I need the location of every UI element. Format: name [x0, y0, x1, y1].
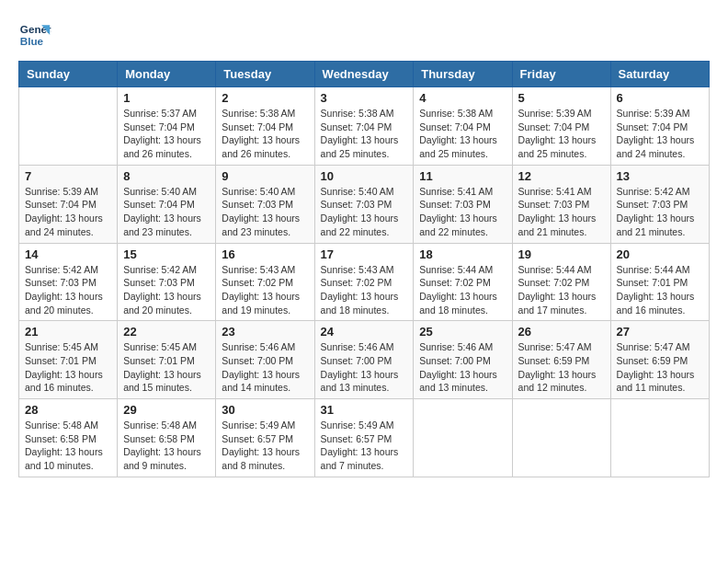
day-number: 31: [321, 403, 408, 417]
day-number: 24: [321, 325, 408, 339]
day-info: Sunrise: 5:39 AM Sunset: 7:04 PM Dayligh…: [518, 107, 605, 161]
day-number: 23: [222, 325, 308, 339]
calendar-cell: 20Sunrise: 5:44 AM Sunset: 7:01 PM Dayli…: [610, 243, 709, 321]
day-info: Sunrise: 5:41 AM Sunset: 7:03 PM Dayligh…: [518, 185, 605, 239]
day-info: Sunrise: 5:49 AM Sunset: 6:57 PM Dayligh…: [222, 419, 308, 473]
weekday-header-saturday: Saturday: [610, 62, 709, 87]
weekday-header-thursday: Thursday: [414, 62, 512, 87]
day-info: Sunrise: 5:48 AM Sunset: 6:58 PM Dayligh…: [25, 419, 111, 473]
logo: General Blue: [18, 18, 55, 52]
day-info: Sunrise: 5:43 AM Sunset: 7:02 PM Dayligh…: [321, 263, 408, 317]
day-number: 3: [321, 91, 408, 105]
calendar-cell: 12Sunrise: 5:41 AM Sunset: 7:03 PM Dayli…: [512, 165, 610, 243]
day-number: 15: [123, 247, 210, 261]
calendar-cell: 13Sunrise: 5:42 AM Sunset: 7:03 PM Dayli…: [610, 165, 709, 243]
day-number: 1: [123, 91, 210, 105]
day-info: Sunrise: 5:46 AM Sunset: 7:00 PM Dayligh…: [419, 340, 506, 395]
day-info: Sunrise: 5:44 AM Sunset: 7:01 PM Dayligh…: [617, 263, 703, 317]
weekday-header-row: SundayMondayTuesdayWednesdayThursdayFrid…: [19, 62, 710, 87]
calendar-cell: 14Sunrise: 5:42 AM Sunset: 7:03 PM Dayli…: [19, 243, 118, 321]
day-info: Sunrise: 5:45 AM Sunset: 7:01 PM Dayligh…: [25, 340, 111, 395]
calendar-cell: 6Sunrise: 5:39 AM Sunset: 7:04 PM Daylig…: [610, 87, 709, 166]
calendar-cell: 15Sunrise: 5:42 AM Sunset: 7:03 PM Dayli…: [118, 243, 216, 321]
day-number: 18: [419, 247, 506, 261]
day-number: 20: [617, 247, 703, 261]
day-info: Sunrise: 5:42 AM Sunset: 7:03 PM Dayligh…: [617, 185, 703, 239]
day-number: 22: [123, 325, 210, 339]
day-number: 12: [518, 169, 605, 183]
calendar-cell: 5Sunrise: 5:39 AM Sunset: 7:04 PM Daylig…: [512, 87, 610, 166]
calendar-week-row: 7Sunrise: 5:39 AM Sunset: 7:04 PM Daylig…: [19, 165, 710, 243]
calendar-cell: 27Sunrise: 5:47 AM Sunset: 6:59 PM Dayli…: [610, 321, 709, 399]
calendar-cell: 16Sunrise: 5:43 AM Sunset: 7:02 PM Dayli…: [216, 243, 314, 321]
svg-text:Blue: Blue: [20, 35, 44, 47]
day-info: Sunrise: 5:47 AM Sunset: 6:59 PM Dayligh…: [617, 340, 703, 395]
calendar-cell: 4Sunrise: 5:38 AM Sunset: 7:04 PM Daylig…: [414, 87, 512, 166]
day-number: 26: [518, 325, 605, 339]
day-info: Sunrise: 5:46 AM Sunset: 7:00 PM Dayligh…: [222, 340, 308, 395]
weekday-header-wednesday: Wednesday: [314, 62, 414, 87]
calendar-cell: 3Sunrise: 5:38 AM Sunset: 7:04 PM Daylig…: [314, 87, 414, 166]
calendar-cell: 19Sunrise: 5:44 AM Sunset: 7:02 PM Dayli…: [512, 243, 610, 321]
calendar-cell: 18Sunrise: 5:44 AM Sunset: 7:02 PM Dayli…: [414, 243, 512, 321]
calendar-body: 1Sunrise: 5:37 AM Sunset: 7:04 PM Daylig…: [19, 87, 710, 477]
day-number: 25: [419, 325, 506, 339]
calendar-cell: 22Sunrise: 5:45 AM Sunset: 7:01 PM Dayli…: [118, 321, 216, 399]
day-number: 16: [222, 247, 308, 261]
day-info: Sunrise: 5:49 AM Sunset: 6:57 PM Dayligh…: [321, 419, 408, 473]
weekday-header-friday: Friday: [512, 62, 610, 87]
day-number: 21: [25, 325, 111, 339]
day-number: 27: [617, 325, 703, 339]
day-number: 6: [617, 91, 703, 105]
calendar-cell: 21Sunrise: 5:45 AM Sunset: 7:01 PM Dayli…: [19, 321, 118, 399]
calendar-week-row: 14Sunrise: 5:42 AM Sunset: 7:03 PM Dayli…: [19, 243, 710, 321]
day-info: Sunrise: 5:38 AM Sunset: 7:04 PM Dayligh…: [321, 107, 408, 161]
day-info: Sunrise: 5:48 AM Sunset: 6:58 PM Dayligh…: [123, 419, 210, 473]
day-number: 13: [617, 169, 703, 183]
calendar-cell: 26Sunrise: 5:47 AM Sunset: 6:59 PM Dayli…: [512, 321, 610, 399]
day-number: 2: [222, 91, 308, 105]
calendar-cell: [19, 87, 118, 166]
calendar-cell: 28Sunrise: 5:48 AM Sunset: 6:58 PM Dayli…: [19, 399, 118, 477]
calendar-cell: [610, 399, 709, 477]
calendar-week-row: 28Sunrise: 5:48 AM Sunset: 6:58 PM Dayli…: [19, 399, 710, 477]
day-info: Sunrise: 5:40 AM Sunset: 7:03 PM Dayligh…: [222, 185, 308, 239]
calendar-cell: 29Sunrise: 5:48 AM Sunset: 6:58 PM Dayli…: [118, 399, 216, 477]
day-number: 28: [25, 403, 111, 417]
day-info: Sunrise: 5:38 AM Sunset: 7:04 PM Dayligh…: [419, 107, 506, 161]
day-info: Sunrise: 5:40 AM Sunset: 7:03 PM Dayligh…: [321, 185, 408, 239]
day-info: Sunrise: 5:37 AM Sunset: 7:04 PM Dayligh…: [123, 107, 210, 161]
logo-icon: General Blue: [18, 18, 51, 52]
day-number: 19: [518, 247, 605, 261]
calendar-header: SundayMondayTuesdayWednesdayThursdayFrid…: [19, 62, 710, 87]
day-info: Sunrise: 5:41 AM Sunset: 7:03 PM Dayligh…: [419, 185, 506, 239]
calendar-cell: [512, 399, 610, 477]
day-info: Sunrise: 5:45 AM Sunset: 7:01 PM Dayligh…: [123, 340, 210, 395]
day-info: Sunrise: 5:39 AM Sunset: 7:04 PM Dayligh…: [25, 185, 111, 239]
day-number: 17: [321, 247, 408, 261]
calendar-cell: 30Sunrise: 5:49 AM Sunset: 6:57 PM Dayli…: [216, 399, 314, 477]
calendar-cell: [414, 399, 512, 477]
day-info: Sunrise: 5:44 AM Sunset: 7:02 PM Dayligh…: [518, 263, 605, 317]
weekday-header-tuesday: Tuesday: [216, 62, 314, 87]
calendar-cell: 24Sunrise: 5:46 AM Sunset: 7:00 PM Dayli…: [314, 321, 414, 399]
calendar-week-row: 1Sunrise: 5:37 AM Sunset: 7:04 PM Daylig…: [19, 87, 710, 166]
calendar-cell: 1Sunrise: 5:37 AM Sunset: 7:04 PM Daylig…: [118, 87, 216, 166]
day-info: Sunrise: 5:44 AM Sunset: 7:02 PM Dayligh…: [419, 263, 506, 317]
calendar-cell: 9Sunrise: 5:40 AM Sunset: 7:03 PM Daylig…: [216, 165, 314, 243]
calendar-cell: 10Sunrise: 5:40 AM Sunset: 7:03 PM Dayli…: [314, 165, 414, 243]
page-header: General Blue: [18, 18, 710, 52]
calendar-cell: 31Sunrise: 5:49 AM Sunset: 6:57 PM Dayli…: [314, 399, 414, 477]
calendar-cell: 2Sunrise: 5:38 AM Sunset: 7:04 PM Daylig…: [216, 87, 314, 166]
day-number: 30: [222, 403, 308, 417]
weekday-header-sunday: Sunday: [19, 62, 118, 87]
calendar-cell: 8Sunrise: 5:40 AM Sunset: 7:04 PM Daylig…: [118, 165, 216, 243]
day-number: 8: [123, 169, 210, 183]
day-number: 5: [518, 91, 605, 105]
day-info: Sunrise: 5:42 AM Sunset: 7:03 PM Dayligh…: [123, 263, 210, 317]
day-number: 4: [419, 91, 506, 105]
day-info: Sunrise: 5:39 AM Sunset: 7:04 PM Dayligh…: [617, 107, 703, 161]
day-info: Sunrise: 5:47 AM Sunset: 6:59 PM Dayligh…: [518, 340, 605, 395]
day-info: Sunrise: 5:38 AM Sunset: 7:04 PM Dayligh…: [222, 107, 308, 161]
day-number: 14: [25, 247, 111, 261]
